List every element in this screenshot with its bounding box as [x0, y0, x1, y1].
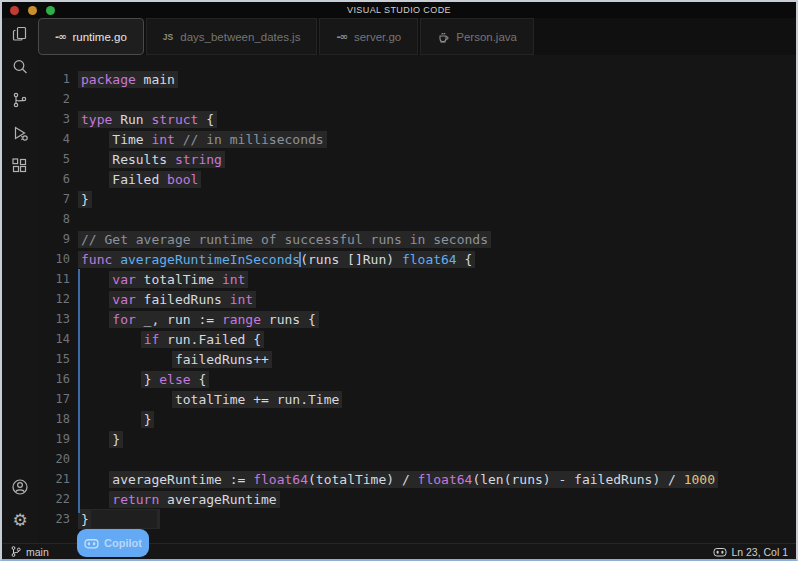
line-number[interactable]: 17: [38, 392, 70, 406]
line-number[interactable]: 13: [38, 312, 70, 326]
code-token: int: [230, 292, 253, 307]
copilot-icon: [84, 537, 99, 550]
status-cursor-position[interactable]: Ln 23, Col 1: [713, 546, 788, 558]
line-number[interactable]: 15: [38, 352, 70, 366]
window-title: Visual Studio Code: [2, 5, 796, 15]
line-number[interactable]: 4: [38, 132, 70, 146]
line-number[interactable]: 23: [38, 512, 70, 526]
settings-gear-icon[interactable]: ⚙: [10, 510, 30, 530]
code-token: failedRuns: [136, 292, 230, 307]
code-token: (totalTime) /: [308, 472, 418, 487]
code-line[interactable]: 18 }: [38, 409, 796, 429]
code-token: Results: [112, 152, 175, 167]
code-token: struct: [151, 112, 198, 127]
tab-person-java[interactable]: Person.java: [420, 18, 534, 55]
code-line[interactable]: 10func averageRuntimeInSeconds(runs []Ru…: [38, 249, 796, 269]
code-line[interactable]: 4 Time int // in milliseconds: [38, 129, 796, 149]
line-number[interactable]: 22: [38, 492, 70, 506]
copilot-icon: [713, 546, 727, 558]
tab-runtime-go[interactable]: -∞ runtime.go: [38, 18, 144, 55]
code-token: else: [159, 372, 190, 387]
code-token: }: [81, 512, 89, 527]
title-bar: Visual Studio Code: [2, 2, 796, 18]
code-line[interactable]: 3type Run struct {: [38, 109, 796, 129]
go-file-icon: -∞: [336, 31, 346, 42]
tab-bar: -∞ runtime.go JS days_between_dates.js -…: [38, 18, 796, 55]
js-file-icon: JS: [163, 32, 173, 42]
code-token: int: [222, 272, 245, 287]
line-number[interactable]: 9: [38, 232, 70, 246]
line-number[interactable]: 21: [38, 472, 70, 486]
code-token: totalTime: [136, 272, 222, 287]
code-line[interactable]: 21 averageRuntime := float64(totalTime) …: [38, 469, 796, 489]
line-number[interactable]: 5: [38, 152, 70, 166]
run-debug-icon[interactable]: [10, 123, 30, 143]
code-token: float64: [402, 252, 457, 267]
line-number[interactable]: 3: [38, 112, 70, 126]
code-line[interactable]: 6 Failed bool: [38, 169, 796, 189]
active-indent-guide: [78, 269, 80, 513]
code-line[interactable]: 16 } else {: [38, 369, 796, 389]
line-number[interactable]: 12: [38, 292, 70, 306]
code-token: for: [112, 312, 135, 327]
code-line[interactable]: 5 Results string: [38, 149, 796, 169]
explorer-icon[interactable]: [10, 24, 30, 44]
code-token: averageRuntime: [159, 492, 276, 507]
code-line[interactable]: 14 if run.Failed {: [38, 329, 796, 349]
code-line[interactable]: 8: [38, 209, 796, 229]
code-token: return: [112, 492, 159, 507]
code-line[interactable]: 11 var totalTime int: [38, 269, 796, 289]
source-control-icon[interactable]: [10, 90, 30, 110]
tab-label: server.go: [354, 31, 401, 43]
line-number[interactable]: 20: [38, 452, 70, 466]
code-line[interactable]: 23}: [38, 509, 796, 529]
line-number[interactable]: 11: [38, 272, 70, 286]
code-line[interactable]: 15 failedRuns++: [38, 349, 796, 369]
code-token: Failed: [112, 172, 167, 187]
code-token: [112, 252, 120, 267]
code-token: // in milliseconds: [183, 132, 324, 147]
line-number[interactable]: 6: [38, 172, 70, 186]
code-line[interactable]: 9// Get average runtime of successful ru…: [38, 229, 796, 249]
line-number[interactable]: 7: [38, 192, 70, 206]
search-icon[interactable]: [10, 57, 30, 77]
go-file-icon: -∞: [55, 31, 65, 42]
line-number[interactable]: 8: [38, 212, 70, 226]
code-line[interactable]: 19 }: [38, 429, 796, 449]
code-token: int: [151, 132, 174, 147]
tab-server-go[interactable]: -∞ server.go: [319, 18, 418, 55]
code-token: }: [144, 372, 160, 387]
code-line[interactable]: 17 totalTime += run.Time: [38, 389, 796, 409]
code-line[interactable]: 20: [38, 449, 796, 469]
status-branch[interactable]: main: [10, 545, 49, 558]
code-token: {: [198, 112, 214, 127]
code-line[interactable]: 13 for _, run := range runs {: [38, 309, 796, 329]
extensions-icon[interactable]: [10, 156, 30, 176]
copilot-button[interactable]: Copilot: [77, 529, 149, 557]
line-number[interactable]: 2: [38, 92, 70, 106]
line-number[interactable]: 14: [38, 332, 70, 346]
line-number[interactable]: 16: [38, 372, 70, 386]
code-line[interactable]: 7}: [38, 189, 796, 209]
code-token: float64: [418, 472, 473, 487]
accounts-icon[interactable]: [10, 477, 30, 497]
code-token: }: [144, 412, 152, 427]
code-token: Run: [112, 112, 151, 127]
code-line[interactable]: 2: [38, 89, 796, 109]
code-token: {: [457, 252, 473, 267]
line-number[interactable]: 18: [38, 412, 70, 426]
code-line[interactable]: 22 return averageRuntime: [38, 489, 796, 509]
tab-label: Person.java: [456, 31, 517, 43]
line-number[interactable]: 1: [38, 72, 70, 86]
tab-days-between-dates-js[interactable]: JS days_between_dates.js: [146, 18, 318, 55]
code-token: (runs []Run): [300, 252, 402, 267]
line-number[interactable]: 10: [38, 252, 70, 266]
editor-pane[interactable]: 1package main23type Run struct {4 Time i…: [38, 55, 796, 543]
code-token: main: [136, 72, 175, 87]
code-line[interactable]: 1package main: [38, 69, 796, 89]
code-token: var: [112, 292, 135, 307]
code-line[interactable]: 12 var failedRuns int: [38, 289, 796, 309]
code-token: if: [144, 332, 160, 347]
line-number[interactable]: 19: [38, 432, 70, 446]
workbench: -∞ runtime.go JS days_between_dates.js -…: [38, 18, 796, 543]
